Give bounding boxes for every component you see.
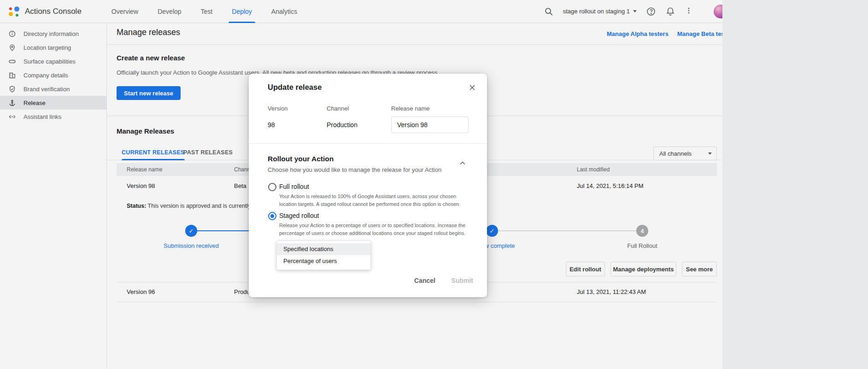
chevron-up-icon[interactable] [457,158,468,168]
submit-button[interactable]: Submit [452,277,473,284]
dialog-title: Update release [268,83,322,92]
cancel-button[interactable]: Cancel [414,277,435,284]
rollout-section-title: Rollout your Action [268,155,334,163]
full-rollout-label[interactable]: Full rollout [279,183,309,190]
dialog-section-divider [249,143,487,144]
release-name-input[interactable] [391,117,469,133]
channel-field-value: Production [327,121,358,129]
staged-rollout-label[interactable]: Staged rollout [279,212,319,219]
staged-rollout-description: Release your Action to a percentage of u… [279,222,470,237]
close-icon[interactable] [468,83,477,92]
staged-rollout-radio[interactable] [268,212,276,220]
version-field-label: Version [268,105,287,112]
update-release-dialog: Update release Version Channel Release n… [249,74,487,297]
release-name-field-label: Release name [391,105,430,112]
rollout-type-dropdown-menu: Specified locations Percentage of users [276,240,371,270]
version-field-value: 98 [268,121,275,129]
full-rollout-radio[interactable] [268,183,276,191]
full-rollout-description: Your Action is released to 100% of Googl… [279,193,470,208]
menu-item-specified-locations[interactable]: Specified locations [277,243,370,255]
channel-field-label: Channel [327,105,349,112]
browser-viewport: Actions Console Overview Develop Test De… [0,0,722,369]
rollout-section-subtitle: Choose how you would like to manage the … [268,166,441,173]
menu-item-percentage-of-users[interactable]: Percentage of users [277,255,370,267]
